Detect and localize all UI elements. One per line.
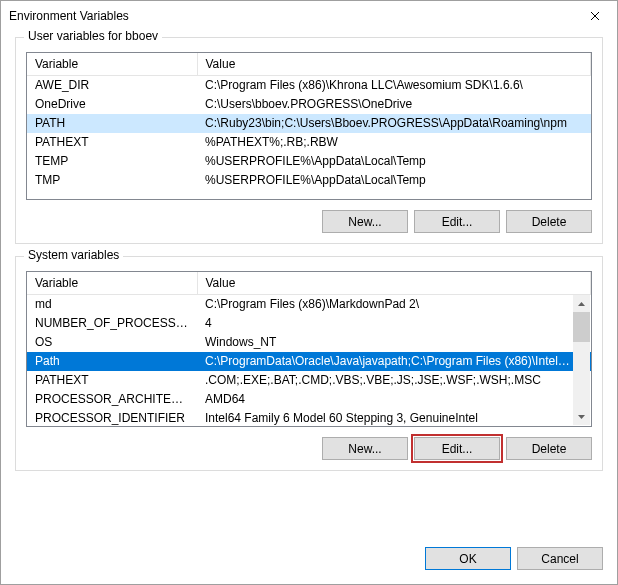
user-variables-legend: User variables for bboev: [24, 29, 162, 43]
system-variables-legend: System variables: [24, 248, 123, 262]
cancel-button[interactable]: Cancel: [517, 547, 603, 570]
titlebar: Environment Variables: [1, 1, 617, 31]
system-variables-group: System variables Variable Value mdC:\Pro…: [15, 256, 603, 471]
user-delete-button[interactable]: Delete: [506, 210, 592, 233]
chevron-down-icon: [578, 415, 585, 419]
user-col-variable[interactable]: Variable: [27, 53, 197, 76]
table-row[interactable]: OSWindows_NT: [27, 333, 591, 352]
user-variables-list[interactable]: Variable Value AWE_DIRC:\Program Files (…: [26, 52, 592, 200]
user-variables-table: Variable Value AWE_DIRC:\Program Files (…: [27, 53, 591, 190]
table-row[interactable]: AWE_DIRC:\Program Files (x86)\Khrona LLC…: [27, 76, 591, 95]
close-icon: [590, 11, 600, 21]
chevron-up-icon: [578, 302, 585, 306]
window-title: Environment Variables: [9, 9, 572, 23]
dialog-body: User variables for bboev Variable Value …: [1, 31, 617, 539]
env-vars-dialog: Environment Variables User variables for…: [0, 0, 618, 585]
table-row[interactable]: NUMBER_OF_PROCESSORS4: [27, 314, 591, 333]
user-col-value[interactable]: Value: [197, 53, 591, 76]
scroll-up-button[interactable]: [573, 295, 590, 312]
table-row[interactable]: OneDriveC:\Users\bboev.PROGRESS\OneDrive: [27, 95, 591, 114]
scroll-down-button[interactable]: [573, 408, 590, 425]
user-buttons: New... Edit... Delete: [26, 210, 592, 233]
table-row[interactable]: PathC:\ProgramData\Oracle\Java\javapath;…: [27, 352, 591, 371]
table-row[interactable]: PROCESSOR_ARCHITECTUREAMD64: [27, 390, 591, 409]
scroll-track[interactable]: [573, 312, 590, 408]
system-new-button[interactable]: New...: [322, 437, 408, 460]
system-delete-button[interactable]: Delete: [506, 437, 592, 460]
close-button[interactable]: [572, 1, 617, 31]
system-variables-table: Variable Value mdC:\Program Files (x86)\…: [27, 272, 591, 428]
table-row[interactable]: PATHEXT.COM;.EXE;.BAT;.CMD;.VBS;.VBE;.JS…: [27, 371, 591, 390]
table-row[interactable]: PATHEXT%PATHEXT%;.RB;.RBW: [27, 133, 591, 152]
table-row[interactable]: PATHC:\Ruby23\bin;C:\Users\Bboev.PROGRES…: [27, 114, 591, 133]
user-new-button[interactable]: New...: [322, 210, 408, 233]
system-buttons: New... Edit... Delete: [26, 437, 592, 460]
dialog-footer: OK Cancel: [1, 539, 617, 584]
user-variables-group: User variables for bboev Variable Value …: [15, 37, 603, 244]
ok-button[interactable]: OK: [425, 547, 511, 570]
system-scrollbar[interactable]: [573, 295, 590, 425]
system-variables-list[interactable]: Variable Value mdC:\Program Files (x86)\…: [26, 271, 592, 427]
system-edit-button[interactable]: Edit...: [414, 437, 500, 460]
table-row[interactable]: TMP%USERPROFILE%\AppData\Local\Temp: [27, 171, 591, 190]
system-col-value[interactable]: Value: [197, 272, 591, 295]
table-row[interactable]: TEMP%USERPROFILE%\AppData\Local\Temp: [27, 152, 591, 171]
scroll-thumb[interactable]: [573, 312, 590, 342]
system-col-variable[interactable]: Variable: [27, 272, 197, 295]
table-row[interactable]: PROCESSOR_IDENTIFIERIntel64 Family 6 Mod…: [27, 409, 591, 428]
user-edit-button[interactable]: Edit...: [414, 210, 500, 233]
table-row[interactable]: mdC:\Program Files (x86)\MarkdownPad 2\: [27, 295, 591, 314]
